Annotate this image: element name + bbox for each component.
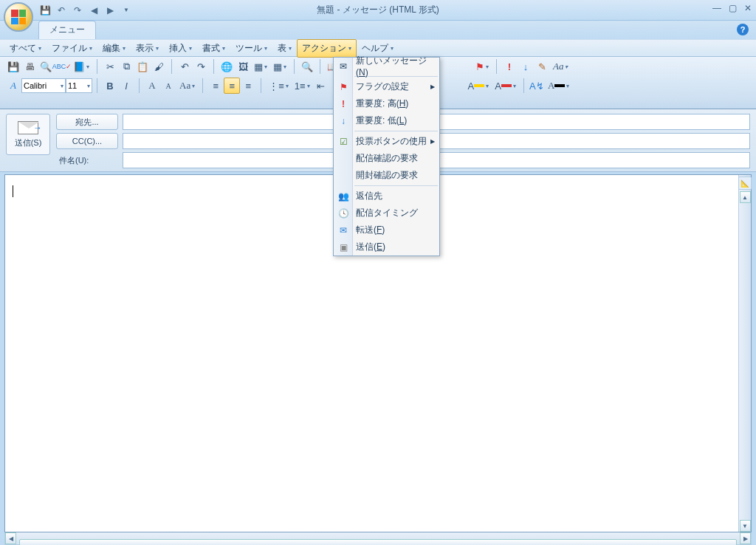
menu-すべて[interactable]: すべて▾ <box>4 39 47 58</box>
copy-button[interactable]: ⧉ <box>118 58 134 75</box>
numbering-button[interactable]: 1≡▾ <box>292 78 313 94</box>
flag-button[interactable]: ⚑▾ <box>472 58 492 75</box>
menu-挿入[interactable]: 挿入▾ <box>164 39 197 58</box>
dropdown-item-icon <box>337 169 350 182</box>
maximize-button[interactable]: ▢ <box>729 3 737 13</box>
dropdown-item-label: 新しいメッセージ(N) <box>356 55 435 78</box>
qat-customize-icon[interactable]: ▼ <box>120 4 133 17</box>
menu-ツール[interactable]: ツール▾ <box>230 39 272 58</box>
save-button[interactable]: 💾 <box>5 58 21 75</box>
dropdown-item-label: 開封確認の要求 <box>356 169 418 182</box>
dropdown-item[interactable]: ☑投票ボタンの使用 <box>334 133 439 150</box>
font-dialog-button[interactable]: Aa▾ <box>550 58 571 75</box>
minimize-button[interactable]: — <box>712 3 721 13</box>
font-smallletter-button[interactable]: A <box>160 78 176 94</box>
font-color-button[interactable]: A▾ <box>492 78 519 94</box>
dropdown-item-label: 重要度: 高(H) <box>356 97 408 110</box>
clear-format-button[interactable]: A↯ <box>529 78 545 94</box>
bold-button[interactable]: B <box>102 78 118 94</box>
prev-icon[interactable]: ◀ <box>87 4 100 17</box>
help-icon[interactable]: ? <box>737 24 749 35</box>
to-button[interactable]: 宛先... <box>56 114 118 130</box>
align-center-button[interactable]: ≡ <box>224 78 240 94</box>
menu-ファイル[interactable]: ファイル▾ <box>47 39 97 58</box>
menu-表示[interactable]: 表示▾ <box>131 39 164 58</box>
next-icon[interactable]: ▶ <box>103 4 117 17</box>
dropdown-item[interactable]: ✉転送(F) <box>334 222 439 239</box>
font-name-value: Calibri <box>24 81 47 90</box>
dropdown-item-label: 返信先 <box>356 190 382 202</box>
dropdown-item[interactable]: ▣送信(E) <box>334 239 439 256</box>
align-left-button[interactable]: ≡ <box>207 78 224 94</box>
dropdown-item-icon: 🕓 <box>337 207 350 220</box>
redo-icon[interactable]: ↷ <box>71 4 84 17</box>
menu-アクション[interactable]: アクション▾ <box>297 39 357 58</box>
text-effects-button[interactable]: A▾ <box>545 78 572 94</box>
cut-button[interactable]: ✂ <box>102 58 118 75</box>
dropdown-item[interactable]: 👥返信先 <box>334 188 439 205</box>
dropdown-item-label: 重要度: 低(L) <box>356 114 407 127</box>
insert-hyperlink-button[interactable]: 🌐 <box>219 58 235 75</box>
dropdown-item[interactable]: ⚑フラグの設定 <box>334 78 439 95</box>
dropdown-item[interactable]: 🕓配信タイミング <box>334 205 439 222</box>
importance-low-button[interactable]: ↓ <box>518 58 534 75</box>
undo-button[interactable]: ↶ <box>176 58 193 75</box>
research-button[interactable]: 📘▾ <box>70 58 92 75</box>
font-name-selector[interactable]: Calibri ▾ <box>21 78 66 93</box>
text-cursor <box>13 185 13 197</box>
format-painter-button[interactable]: 🖌 <box>151 58 167 75</box>
dropdown-item[interactable]: ✉新しいメッセージ(N) <box>334 58 439 75</box>
print-preview-button[interactable]: 🔍 <box>38 58 54 75</box>
ruler-toggle-icon[interactable]: 📐 <box>738 176 752 190</box>
send-button[interactable]: 送信(S) <box>6 114 50 155</box>
ribbon-tab-row: メニュー ? <box>0 21 756 39</box>
insert-picture-button[interactable]: 🖼 <box>235 58 251 75</box>
vertical-scrollbar[interactable]: 📐 ▲ ▼ <box>738 175 751 532</box>
horizontal-scrollbar[interactable]: ◀ ▶ <box>4 532 752 545</box>
signature-button[interactable]: ✎ <box>534 58 550 75</box>
dropdown-item-icon: ☑ <box>337 135 350 148</box>
insert-table-button[interactable]: ▦▾ <box>251 58 270 75</box>
dropdown-item[interactable]: ↓重要度: 低(L) <box>334 112 439 129</box>
importance-high-button[interactable]: ! <box>501 58 518 75</box>
dropdown-item[interactable]: 配信確認の要求 <box>334 150 439 167</box>
spellcheck-button[interactable]: ABC✓ <box>54 58 70 75</box>
font-glyph-icon[interactable]: A <box>5 78 21 94</box>
change-case-button[interactable]: Aa▾ <box>176 78 198 94</box>
scroll-left-arrow[interactable]: ◀ <box>5 532 16 544</box>
dropdown-item-icon: ▣ <box>337 241 350 254</box>
align-right-button[interactable]: ≡ <box>240 78 256 94</box>
close-button[interactable]: ✕ <box>744 3 752 13</box>
menu-書式[interactable]: 書式▾ <box>197 39 230 58</box>
dropdown-item[interactable]: 開封確認の要求 <box>334 167 439 184</box>
tab-menu[interactable]: メニュー <box>38 21 96 39</box>
scroll-up-arrow[interactable]: ▲ <box>740 191 751 203</box>
menu-編集[interactable]: 編集▾ <box>97 39 131 58</box>
font-size-selector[interactable]: 11 ▾ <box>66 78 92 93</box>
dropdown-item-label: 配信確認の要求 <box>356 152 418 165</box>
scroll-down-arrow[interactable]: ▼ <box>740 520 751 532</box>
zoom-button[interactable]: 🔍 <box>299 58 315 75</box>
cc-button[interactable]: CC(C)... <box>56 133 118 149</box>
dropdown-item[interactable]: !重要度: 高(H) <box>334 95 439 112</box>
office-button[interactable] <box>4 2 33 32</box>
insert-more-button[interactable]: ▦▾ <box>270 58 289 75</box>
outdent-button[interactable]: ⇤ <box>313 78 329 94</box>
bullets-button[interactable]: ⋮≡▾ <box>266 78 292 94</box>
scroll-right-arrow[interactable]: ▶ <box>740 532 751 544</box>
dropdown-item-label: フラグの設定 <box>356 80 409 93</box>
italic-button[interactable]: I <box>118 78 134 94</box>
highlight-color-button[interactable]: A▾ <box>465 78 492 94</box>
redo-button[interactable]: ↷ <box>193 58 209 75</box>
dropdown-item-icon: ↓ <box>337 114 350 128</box>
h-scroll-thumb[interactable] <box>19 539 737 545</box>
dropdown-item-label: 転送(F) <box>356 224 385 236</box>
print-button[interactable]: 🖶 <box>21 58 38 75</box>
font-bigletter-button[interactable]: A <box>144 78 160 94</box>
dropdown-item-icon: 👥 <box>337 190 350 203</box>
font-size-value: 11 <box>68 81 77 90</box>
undo-icon[interactable]: ↶ <box>55 4 68 17</box>
save-icon[interactable]: 💾 <box>38 4 52 17</box>
paste-button[interactable]: 📋 <box>134 58 151 75</box>
menu-表[interactable]: 表▾ <box>272 39 297 58</box>
